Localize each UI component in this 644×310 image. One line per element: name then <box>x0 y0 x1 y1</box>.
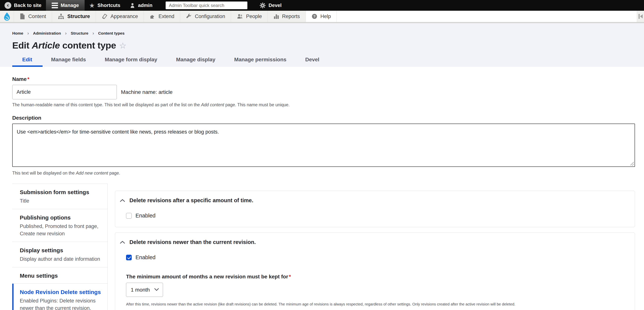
people-icon <box>237 13 243 19</box>
chevron-right-icon: › <box>27 31 29 36</box>
menu-item-label: Configuration <box>195 13 225 19</box>
menu-item-reports[interactable]: Reports <box>268 11 306 22</box>
admin-menu-bar: Content Structure Appearance Extend Conf… <box>0 11 644 23</box>
minimum-months-label: The minimum amount of months a new revis… <box>126 274 627 280</box>
tab-manage-fields[interactable]: Manage fields <box>51 57 86 67</box>
star-icon: ★ <box>89 2 95 9</box>
shortcuts-button[interactable]: ★ Shortcuts <box>84 0 125 11</box>
menu-bar-filler <box>337 11 637 22</box>
document-icon <box>20 13 25 19</box>
appearance-icon <box>102 13 108 19</box>
chevron-up-icon <box>120 240 125 244</box>
breadcrumb-content-types[interactable]: Content types <box>98 31 124 35</box>
name-field-group: Name* Machine name: article The human-re… <box>12 76 635 107</box>
breadcrumb-administration[interactable]: Administration <box>33 31 61 35</box>
gear-icon <box>260 2 266 9</box>
back-to-site-button[interactable]: ‹ Back to site <box>0 0 46 11</box>
page-title-emphasis: Article <box>32 40 60 50</box>
tab-devel[interactable]: Devel <box>305 57 319 67</box>
toolbar-collapse-button[interactable] <box>637 11 644 22</box>
tab-manage-display[interactable]: Manage display <box>176 57 216 67</box>
shortcuts-label: Shortcuts <box>98 2 120 8</box>
collapse-left-icon <box>638 14 643 19</box>
tab-edit[interactable]: Edit <box>22 57 32 67</box>
hamburger-icon <box>52 3 58 8</box>
required-asterisk: * <box>27 76 30 82</box>
menu-item-label: Help <box>320 13 331 19</box>
devel-label: Devel <box>268 2 282 8</box>
required-asterisk: * <box>289 274 291 280</box>
description-textarea[interactable]: Use <em>articles</em> for time-sensitive… <box>12 124 635 167</box>
toolbar-search <box>166 1 248 9</box>
details-summary-delete-after-time[interactable]: Delete revisions after a specific amount… <box>115 191 635 203</box>
breadcrumb-structure[interactable]: Structure <box>71 31 88 35</box>
menu-item-label: Structure <box>68 13 90 19</box>
menu-item-label: People <box>246 13 262 19</box>
minimum-months-help-text: After this time, revisions newer than th… <box>126 302 627 307</box>
drupal-droplet-icon <box>2 11 12 21</box>
vertical-tabs-menu: Submission form settings Title Publishin… <box>12 184 108 310</box>
puzzle-icon <box>150 13 156 19</box>
wrench-icon <box>186 13 192 19</box>
details-delete-after-time: Delete revisions after a specific amount… <box>115 191 635 227</box>
main-content: Name* Machine name: article The human-re… <box>0 67 644 310</box>
back-arrow-icon: ‹ <box>4 2 11 9</box>
name-input[interactable] <box>12 85 117 99</box>
menu-item-appearance[interactable]: Appearance <box>96 11 144 22</box>
vtab-node-revision-delete-settings[interactable]: Node Revision Delete settings Enabled Pl… <box>12 284 108 310</box>
vtab-display-settings[interactable]: Display settings Display author and date… <box>12 242 108 267</box>
menu-item-configuration[interactable]: Configuration <box>180 11 231 22</box>
minimum-months-select[interactable]: 1 month <box>126 283 163 297</box>
svg-text:?: ? <box>313 14 316 18</box>
vtab-menu-settings[interactable]: Menu settings <box>12 267 108 284</box>
manage-label: Manage <box>61 2 79 8</box>
chevron-up-icon <box>120 199 125 202</box>
menu-item-label: Appearance <box>110 13 138 19</box>
name-help-text: The human-readable name of this content … <box>12 102 635 107</box>
enabled-checkbox-row[interactable]: Enabled <box>126 254 627 261</box>
tab-manage-form-display[interactable]: Manage form display <box>105 57 157 67</box>
menu-item-people[interactable]: People <box>231 11 268 22</box>
username-label: admin <box>138 2 152 8</box>
user-icon <box>130 2 136 8</box>
menu-item-structure[interactable]: Structure <box>52 11 96 22</box>
drupal-logo[interactable] <box>0 11 14 22</box>
admin-quick-search-input[interactable] <box>166 1 248 9</box>
vtab-submission-form-settings[interactable]: Submission form settings Title <box>12 184 108 209</box>
minimum-months-field-group: The minimum amount of months a new revis… <box>126 274 627 307</box>
enabled-checkbox-row[interactable]: Enabled <box>126 213 627 219</box>
bar-chart-icon <box>274 13 279 19</box>
back-to-site-label: Back to site <box>14 2 42 8</box>
chevron-right-icon: › <box>65 31 67 36</box>
description-field-group: Description Use <em>articles</em> for ti… <box>12 115 635 176</box>
menu-item-help[interactable]: ? Help <box>306 11 337 22</box>
sitemap-icon <box>58 13 64 19</box>
checkbox-checked[interactable] <box>126 255 132 260</box>
chevron-down-icon <box>154 288 159 292</box>
vtab-publishing-options[interactable]: Publishing options Published, Promoted t… <box>12 209 108 242</box>
description-help-text: This text will be displayed on the Add n… <box>12 171 635 176</box>
machine-name-label: Machine name: article <box>121 89 172 95</box>
page-header: Home › Administration › Structure › Cont… <box>0 23 644 67</box>
manage-button[interactable]: Manage <box>46 0 84 11</box>
menu-item-label: Reports <box>282 13 300 19</box>
star-outline-icon[interactable]: ☆ <box>119 41 126 50</box>
settings-region: Submission form settings Title Publishin… <box>12 184 635 310</box>
menu-item-content[interactable]: Content <box>14 11 52 22</box>
chevron-right-icon: › <box>92 31 94 36</box>
details-delete-newer-revisions: Delete revisions newer than the current … <box>115 233 635 310</box>
help-icon: ? <box>312 13 318 19</box>
menu-item-extend[interactable]: Extend <box>144 11 180 22</box>
vertical-tabs-panes: Delete revisions after a specific amount… <box>115 191 635 310</box>
details-summary-delete-newer-revisions[interactable]: Delete revisions newer than the current … <box>115 233 635 245</box>
user-menu-button[interactable]: admin <box>125 0 157 11</box>
admin-toolbar: ‹ Back to site Manage ★ Shortcuts admin … <box>0 0 644 11</box>
menu-item-label: Extend <box>158 13 174 19</box>
breadcrumb-home[interactable]: Home <box>12 31 23 35</box>
page-title: Edit Article content type☆ <box>12 40 632 51</box>
primary-tabs: Edit Manage fields Manage form display M… <box>22 57 632 67</box>
tab-manage-permissions[interactable]: Manage permissions <box>234 57 286 67</box>
checkbox-unchecked[interactable] <box>126 213 132 219</box>
devel-button[interactable]: Devel <box>255 0 286 11</box>
resize-handle[interactable] <box>630 161 634 166</box>
